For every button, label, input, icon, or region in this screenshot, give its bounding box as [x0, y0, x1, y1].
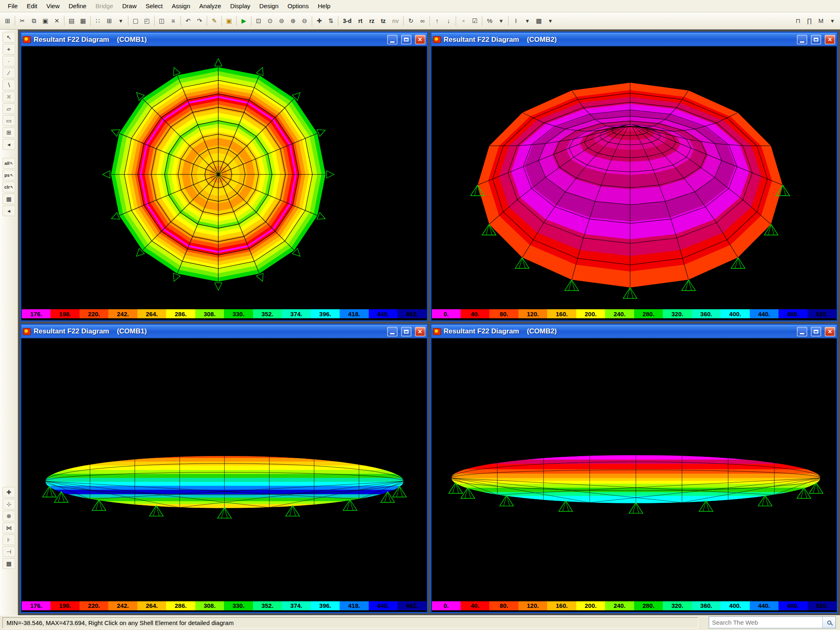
reshape-tool-button[interactable]: ⌖ — [2, 44, 15, 55]
menu-options[interactable]: Options — [283, 0, 313, 12]
draw-area-tool-button[interactable]: ▱ — [2, 103, 15, 114]
search-button[interactable] — [822, 617, 835, 628]
merge-joints-button[interactable]: ∷ — [92, 15, 103, 26]
draw-wall-element-button[interactable]: ∏ — [804, 15, 815, 26]
draw-rect-area-tool-button[interactable]: ▭ — [2, 115, 15, 126]
edit-grid-button[interactable]: ▦ — [78, 15, 89, 26]
view-rt-button[interactable]: rt — [355, 15, 366, 26]
pointer-tool-button[interactable]: ↖ — [2, 32, 15, 43]
draw-quick-frame-tool-button[interactable]: ∖ — [2, 80, 15, 90]
draw-frame-element-button[interactable]: ⊓ — [792, 15, 803, 26]
menu-select[interactable]: Select — [141, 0, 167, 12]
assign-percent-button[interactable]: % — [484, 15, 495, 26]
close-button[interactable]: ✕ — [415, 327, 425, 336]
draw-joint-tool-button[interactable]: ∙ — [2, 56, 15, 66]
zoom-rubber-band-button[interactable]: ⊡ — [253, 15, 264, 26]
pan-button[interactable]: ✚ — [314, 15, 325, 26]
frame-section-dropdown[interactable]: ▾ — [522, 15, 533, 26]
snap-intersections-button[interactable]: ⊗ — [2, 511, 15, 521]
close-button[interactable]: ✕ — [825, 327, 835, 336]
area-section-button[interactable]: ▩ — [533, 15, 544, 26]
move-up-list-button[interactable]: ↑ — [431, 15, 443, 26]
print-button[interactable]: ≡ — [168, 15, 179, 26]
close-button[interactable]: ✕ — [415, 35, 425, 44]
save-button[interactable]: ◫ — [156, 15, 167, 26]
menu-help[interactable]: Help — [313, 0, 335, 12]
new-model-button[interactable]: ▢ — [130, 15, 141, 26]
window-titlebar[interactable]: Resultant F22 Diagram (COMB2) ✕ — [431, 33, 837, 46]
minimize-button[interactable] — [797, 327, 807, 336]
paste-button[interactable]: ▣ — [40, 15, 51, 26]
copy-button[interactable]: ⧉ — [28, 15, 39, 26]
view-tz-button[interactable]: tz — [378, 15, 389, 26]
undo-button[interactable]: ↶ — [183, 15, 194, 26]
diagram-canvas[interactable] — [431, 46, 837, 308]
set-display-options-button[interactable]: ☑ — [469, 15, 480, 26]
snap-edges-button[interactable]: ⊣ — [2, 546, 15, 557]
zoom-previous-button[interactable]: ⊜ — [276, 15, 287, 26]
snap-options-dropdown[interactable]: ▾ — [115, 15, 126, 26]
align-points-button[interactable]: ⊞ — [104, 15, 115, 26]
diagram-canvas[interactable] — [21, 338, 427, 600]
area-section-dropdown[interactable]: ▾ — [545, 15, 556, 26]
menu-file[interactable]: File — [3, 0, 22, 12]
snap-grid-button[interactable]: ▩ — [2, 558, 15, 569]
open-file-button[interactable]: ◰ — [142, 15, 153, 26]
snap-joints-button[interactable]: ⊹ — [2, 499, 15, 509]
maximize-button[interactable] — [811, 327, 821, 336]
view-rz-button[interactable]: rz — [366, 15, 377, 26]
move-down-list-button[interactable]: ↓ — [443, 15, 454, 26]
menu-analyze[interactable]: Analyze — [195, 0, 226, 12]
delete-button[interactable]: ✕ — [51, 15, 62, 26]
snap-lines-button[interactable]: ⊦ — [2, 534, 15, 545]
lock-model-button[interactable]: ▣ — [224, 15, 235, 26]
dynamic-view-button[interactable]: ⇅ — [325, 15, 336, 26]
right-more-dropdown[interactable]: ▾ — [827, 15, 838, 26]
run-analysis-button[interactable]: ▶ — [238, 15, 249, 26]
zoom-full-button[interactable]: ⊙ — [265, 15, 276, 26]
collapse-select-group-button[interactable]: ◂ — [2, 205, 15, 216]
menu-draw[interactable]: Draw — [118, 0, 141, 12]
window-titlebar[interactable]: Resultant F22 Diagram (COMB1) ✕ — [21, 33, 427, 46]
maximize-button[interactable] — [811, 35, 821, 44]
assign-percent-dropdown[interactable]: ▾ — [495, 15, 507, 26]
redo-button[interactable]: ↷ — [194, 15, 205, 26]
view-3d-button[interactable]: 3-d — [340, 15, 354, 26]
view-nv-button[interactable]: nv — [389, 15, 402, 26]
diagram-canvas[interactable] — [21, 46, 427, 308]
cut-button[interactable]: ✂ — [17, 15, 28, 26]
menu-edit[interactable]: Edit — [22, 0, 42, 12]
rotate-view-button[interactable]: ↻ — [405, 15, 416, 26]
restore-previous-selection-button[interactable]: ps — [2, 170, 15, 180]
snap-perpendicular-button[interactable]: ⋈ — [2, 523, 15, 533]
draw-frame-tool-button[interactable]: ∕ — [2, 68, 15, 78]
web-search-input[interactable] — [709, 619, 822, 626]
minimize-button[interactable] — [797, 35, 807, 44]
frame-section-button[interactable]: I — [510, 15, 521, 26]
zoom-out-button[interactable]: ⊖ — [299, 15, 310, 26]
select-intersecting-button[interactable]: ▦ — [2, 194, 15, 204]
draw-quick-area-tool-button[interactable]: ⊞ — [2, 127, 15, 138]
menu-display[interactable]: Display — [226, 0, 255, 12]
menu-assign[interactable]: Assign — [167, 0, 195, 12]
clear-selection-button[interactable]: clr — [2, 182, 15, 192]
refresh-pencil-button[interactable]: ✎ — [209, 15, 220, 26]
menu-view[interactable]: View — [42, 0, 64, 12]
menu-define[interactable]: Define — [64, 0, 91, 12]
close-button[interactable]: ✕ — [825, 35, 835, 44]
perspective-button[interactable]: ∞ — [417, 15, 428, 26]
minimize-button[interactable] — [387, 35, 397, 44]
maximize-button[interactable] — [401, 35, 411, 44]
window-titlebar[interactable]: Resultant F22 Diagram (COMB1) ✕ — [21, 325, 427, 338]
draw-special-joint-button[interactable]: ✖ — [2, 91, 15, 102]
object-shrink-button[interactable]: ▫ — [458, 15, 469, 26]
diagram-canvas[interactable] — [431, 338, 837, 600]
select-all-button[interactable]: all — [2, 158, 15, 169]
menu-design[interactable]: Design — [255, 0, 283, 12]
collapse-draw-group-button[interactable]: ◂ — [2, 139, 15, 150]
assign-mass-button[interactable]: M — [815, 15, 826, 26]
minimize-button[interactable] — [387, 327, 397, 336]
snap-points-button[interactable]: ✚ — [2, 487, 15, 498]
coordinate-grid-button[interactable]: ⊞ — [2, 15, 13, 26]
database-tables-button[interactable]: ▤ — [66, 15, 77, 26]
